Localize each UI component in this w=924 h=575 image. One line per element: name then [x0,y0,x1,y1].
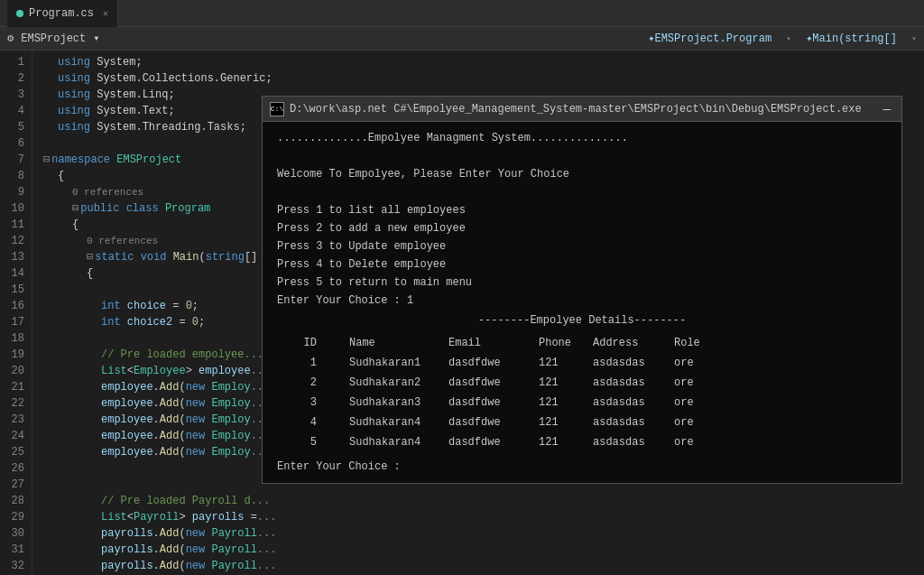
cell-email: dasdfdwe [439,393,530,413]
cell-phone: 121 [530,393,584,413]
cell-id: 1 [277,353,331,373]
console-window: C:\ D:\work\asp.net C#\Empolyee_Manageme… [262,96,902,484]
cell-phone: 121 [530,353,584,373]
cell-name: Sudhakaran1 [331,353,439,373]
header-address: Address [584,333,665,353]
cell-address: asdasdas [584,373,665,393]
editor: 12345 678910 1112131415 1617181920 21222… [0,51,924,575]
cell-email: dasdfdwe [439,353,530,373]
cell-name: Sudhakaran2 [331,373,439,393]
cell-id: 3 [277,393,331,413]
console-menu-3: Press 3 to Update employee [277,237,887,255]
header-id: ID [277,333,331,353]
cell-email: dasdfdwe [439,413,530,432]
toolbar: ⚙ EMSProject ▾ ✦EMSProject.Program ▾ ✦Ma… [0,27,924,51]
cell-role: ore [665,432,719,452]
cell-name: Sudhakaran4 [331,413,439,432]
console-controls[interactable]: — [880,102,894,116]
cell-address: asdasdas [584,353,665,373]
cell-id: 4 [277,413,331,432]
cell-role: ore [665,373,719,393]
console-app-icon: C:\ [270,102,284,116]
table-row: 3 Sudhakaran3 dasdfdwe 121 asdasdas ore [277,393,887,413]
header-phone: Phone [530,333,584,353]
code-line-29: payrolls.Add(new Payroll... [43,542,924,558]
nav1-arrow[interactable]: ▾ [786,33,791,44]
code-line-28: payrolls.Add(new Payroll... [43,525,924,542]
toolbar-right: ✦EMSProject.Program ▾ ✦Main(string[] ▾ [648,32,917,45]
console-menu-1: Press 1 to list all employees [277,201,887,219]
table-row: 1 Sudhakaran1 dasdfdwe 121 asdasdas ore [277,353,887,373]
cell-name: Sudhakaran3 [331,393,439,413]
cell-name: Sudhakaran4 [331,432,439,452]
line-numbers: 12345 678910 1112131415 1617181920 21222… [0,51,32,575]
console-choice-prompt2: Enter Your Choice : [277,458,887,476]
header-email: Email [439,333,530,353]
code-line-1: using System; [43,54,924,70]
nav-method[interactable]: ✦Main(string[] [806,32,897,45]
table-row: 4 Sudhakaran4 dasdfdwe 121 asdasdas ore [277,413,887,432]
console-path: D:\work\asp.net C#\Empolyee_Management_S… [290,103,862,116]
code-line-30: payrolls.Add(new Payroll... [43,558,924,574]
project-name[interactable]: EMSProject [21,32,86,45]
cell-email: dasdfdwe [439,432,530,452]
code-line-2: using System.Collections.Generic; [43,70,924,87]
header-role: Role [665,333,719,353]
console-minimize-button[interactable]: — [880,102,894,116]
nav-class[interactable]: ✦EMSProject.Program [648,32,772,45]
cell-phone: 121 [530,432,584,452]
cell-phone: 121 [530,373,584,393]
cell-role: ore [665,353,719,373]
cell-role: ore [665,393,719,413]
employee-rows-container: 1 Sudhakaran1 dasdfdwe 121 asdasdas ore … [277,353,887,452]
main-layout: 12345 678910 1112131415 1617181920 21222… [0,51,924,575]
console-welcome: Welcome To Empolyee, Please Enter Your C… [277,165,887,183]
code-line-26: // Pre loaded Payroll d... [43,493,924,509]
console-blank2 [277,183,887,201]
project-icon: ⚙ [7,32,14,45]
console-menu-2: Press 2 to add a new employee [277,219,887,237]
console-table-header-row: --------Empolyee Details-------- [277,311,887,329]
title-bar: Program.cs ✕ [0,0,924,27]
console-menu-4: Press 4 to Delete employee [277,255,887,274]
console-title: C:\ D:\work\asp.net C#\Empolyee_Manageme… [270,102,862,116]
cell-email: dasdfdwe [439,373,530,393]
console-header: ..............Empolyee Managment System.… [277,129,887,147]
project-dropdown-arrow[interactable]: ▾ [93,32,99,45]
console-blank1 [277,147,887,165]
console-title-bar: C:\ D:\work\asp.net C#\Empolyee_Manageme… [263,97,901,122]
table-row: 2 Sudhakaran2 dasdfdwe 121 asdasdas ore [277,373,887,393]
cell-address: asdasdas [584,413,665,432]
table-row: 5 Sudhakaran4 dasdfdwe 121 asdasdas ore [277,432,887,452]
cell-id: 2 [277,373,331,393]
console-menu-5: Press 5 to return to main menu [277,274,887,292]
console-table-header: ID Name Email Phone Address Role [277,333,887,353]
cell-phone: 121 [530,413,584,432]
cell-address: asdasdas [584,432,665,452]
cell-address: asdasdas [584,393,665,413]
program-tab[interactable]: Program.cs ✕ [7,0,118,27]
cell-id: 5 [277,432,331,452]
cs-file-icon [16,10,23,17]
nav2-arrow[interactable]: ▾ [911,33,917,44]
console-table-header-label: --------Empolyee Details-------- [478,311,686,329]
console-employee-table: ID Name Email Phone Address Role 1 Sudha… [277,333,887,452]
console-body: ..............Empolyee Managment System.… [263,122,901,483]
tab-close-button[interactable]: ✕ [103,8,108,19]
console-choice-prompt: Enter Your Choice : 1 [277,292,887,310]
code-line-27: List<Payroll> payrolls =... [43,509,924,525]
header-name: Name [331,333,439,353]
tab-label: Program.cs [29,7,94,20]
cell-role: ore [665,413,719,432]
